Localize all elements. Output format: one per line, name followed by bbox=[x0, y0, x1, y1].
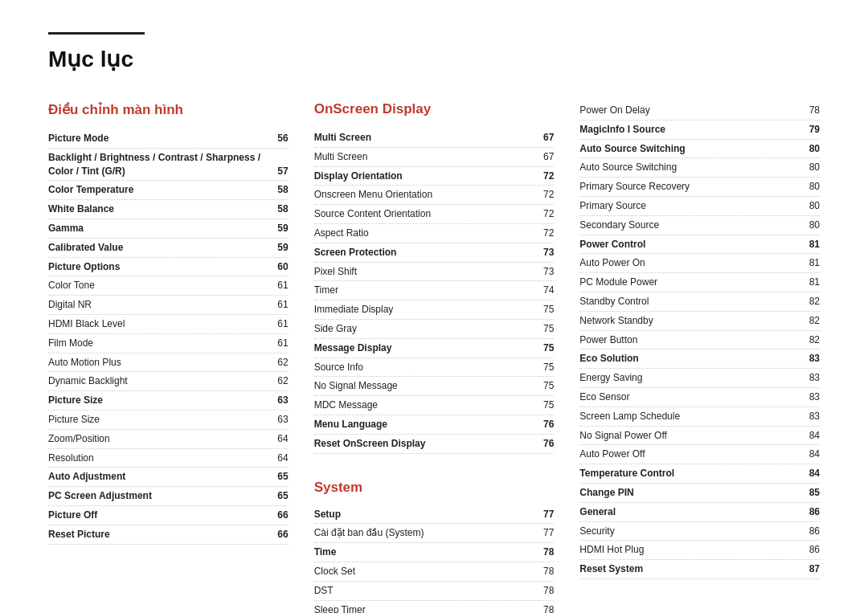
col1: Điều chỉnh màn hình Picture Mode56Backli… bbox=[48, 101, 314, 613]
toc-row: HDMI Black Level61 bbox=[48, 315, 289, 334]
toc-label: Display Orientation bbox=[314, 170, 532, 183]
toc-num: 64 bbox=[266, 452, 289, 465]
toc-label: Aspect Ratio bbox=[314, 227, 532, 240]
toc-num: 80 bbox=[797, 219, 820, 232]
toc-num: 83 bbox=[797, 352, 820, 366]
toc-num: 84 bbox=[797, 467, 820, 480]
col3-toc: Power On Delay78MagicInfo I Source79Auto… bbox=[579, 101, 820, 579]
toc-num: 82 bbox=[797, 295, 820, 309]
toc-row: Pixel Shift73 bbox=[314, 263, 555, 282]
toc-num: 62 bbox=[266, 356, 289, 370]
toc-label: Multi Screen bbox=[314, 150, 532, 164]
toc-row: Calibrated Value59 bbox=[48, 239, 289, 258]
toc-label: Security bbox=[579, 525, 797, 538]
toc-num: 78 bbox=[531, 546, 554, 559]
toc-row: Auto Motion Plus62 bbox=[48, 353, 289, 373]
toc-row: Energy Saving83 bbox=[579, 369, 820, 388]
toc-label: Color Temperature bbox=[48, 183, 266, 197]
toc-row: Power Control81 bbox=[579, 235, 820, 255]
toc-row: Power On Delay78 bbox=[579, 101, 820, 121]
toc-label: Backlight / Brightness / Contrast / Shar… bbox=[48, 151, 266, 178]
toc-row: Picture Size63 bbox=[48, 411, 289, 430]
toc-label: Reset System bbox=[579, 562, 797, 576]
toc-num: 74 bbox=[531, 284, 554, 297]
toc-label: Auto Power Off bbox=[579, 447, 797, 461]
toc-num: 73 bbox=[531, 246, 554, 260]
toc-label: Screen Lamp Schedule bbox=[579, 410, 797, 423]
toc-num: 72 bbox=[531, 170, 554, 183]
toc-label: Picture Mode bbox=[48, 132, 266, 145]
toc-row: Menu Language76 bbox=[314, 415, 555, 435]
toc-row: HDMI Hot Plug86 bbox=[579, 541, 820, 560]
toc-label: Primary Source bbox=[579, 199, 797, 213]
toc-num: 75 bbox=[531, 361, 554, 374]
toc-num: 66 bbox=[266, 528, 289, 541]
toc-row: Auto Source Switching80 bbox=[579, 158, 820, 178]
toc-row: Picture Mode56 bbox=[48, 129, 289, 149]
toc-label: Resolution bbox=[48, 452, 266, 465]
toc-label: Primary Source Recovery bbox=[579, 180, 797, 194]
toc-row: MagicInfo I Source79 bbox=[579, 121, 820, 140]
toc-num: 81 bbox=[797, 276, 820, 289]
toc-label: Source Content Orientation bbox=[314, 207, 532, 221]
toc-num: 75 bbox=[531, 322, 554, 336]
toc-num: 79 bbox=[797, 123, 820, 137]
toc-row: Timer74 bbox=[314, 281, 555, 300]
toc-label: DST bbox=[314, 584, 532, 598]
toc-num: 77 bbox=[531, 526, 554, 540]
toc-label: MDC Message bbox=[314, 398, 532, 412]
toc-row: Zoom/Position64 bbox=[48, 430, 289, 449]
toc-row: Clock Set78 bbox=[314, 562, 555, 582]
toc-label: Reset Picture bbox=[48, 528, 266, 541]
toc-num: 77 bbox=[531, 508, 554, 521]
toc-label: Secondary Source bbox=[579, 219, 797, 232]
toc-label: Color Tone bbox=[48, 279, 266, 292]
toc-row: Immediate Display75 bbox=[314, 300, 555, 320]
toc-num: 58 bbox=[266, 183, 289, 197]
toc-row: Screen Protection73 bbox=[314, 243, 555, 263]
toc-label: Side Gray bbox=[314, 322, 532, 336]
toc-row: Color Temperature58 bbox=[48, 181, 289, 200]
toc-num: 85 bbox=[797, 486, 820, 500]
toc-row: Multi Screen67 bbox=[314, 148, 555, 167]
toc-label: Picture Size bbox=[48, 394, 266, 407]
col1-section-title: Điều chỉnh màn hình bbox=[48, 101, 289, 118]
toc-num: 82 bbox=[797, 314, 820, 328]
toc-label: Cài đặt ban đầu (System) bbox=[314, 526, 532, 540]
toc-label: No Signal Power Off bbox=[579, 429, 797, 443]
toc-label: Source Info bbox=[314, 361, 532, 374]
toc-row: Resolution64 bbox=[48, 449, 289, 468]
toc-num: 59 bbox=[266, 241, 289, 255]
toc-num: 73 bbox=[531, 265, 554, 279]
toc-label: HDMI Hot Plug bbox=[579, 543, 797, 557]
toc-row: Aspect Ratio72 bbox=[314, 224, 555, 243]
toc-label: Power Control bbox=[579, 238, 797, 251]
toc-label: Multi Screen bbox=[314, 131, 532, 145]
toc-num: 58 bbox=[266, 202, 289, 216]
toc-num: 61 bbox=[266, 279, 289, 292]
page-title: Mục lục bbox=[48, 46, 820, 72]
toc-label: White Balance bbox=[48, 202, 266, 216]
toc-label: Auto Motion Plus bbox=[48, 356, 266, 370]
toc-label: No Signal Message bbox=[314, 379, 532, 393]
toc-num: 72 bbox=[531, 227, 554, 240]
toc-label: Network Standby bbox=[579, 314, 797, 328]
columns: Điều chỉnh màn hình Picture Mode56Backli… bbox=[48, 101, 820, 613]
toc-label: Sleep Timer bbox=[314, 603, 532, 613]
col2-section2-title: System bbox=[314, 480, 555, 496]
toc-num: 60 bbox=[266, 260, 289, 274]
toc-label: Eco Sensor bbox=[579, 390, 797, 404]
col1-toc: Picture Mode56Backlight / Brightness / C… bbox=[48, 129, 289, 545]
toc-row: No Signal Power Off84 bbox=[579, 427, 820, 446]
toc-row: Eco Sensor83 bbox=[579, 388, 820, 407]
toc-num: 80 bbox=[797, 199, 820, 213]
toc-row: Digital NR61 bbox=[48, 296, 289, 315]
toc-label: Auto Source Switching bbox=[579, 142, 797, 156]
toc-row: Gamma59 bbox=[48, 219, 289, 239]
toc-row: Picture Off66 bbox=[48, 506, 289, 525]
toc-row: Message Display75 bbox=[314, 339, 555, 358]
toc-row: Picture Size63 bbox=[48, 391, 289, 411]
toc-row: Auto Power On81 bbox=[579, 254, 820, 273]
toc-num: 61 bbox=[266, 337, 289, 350]
toc-label: Onscreen Menu Orientation bbox=[314, 188, 532, 202]
